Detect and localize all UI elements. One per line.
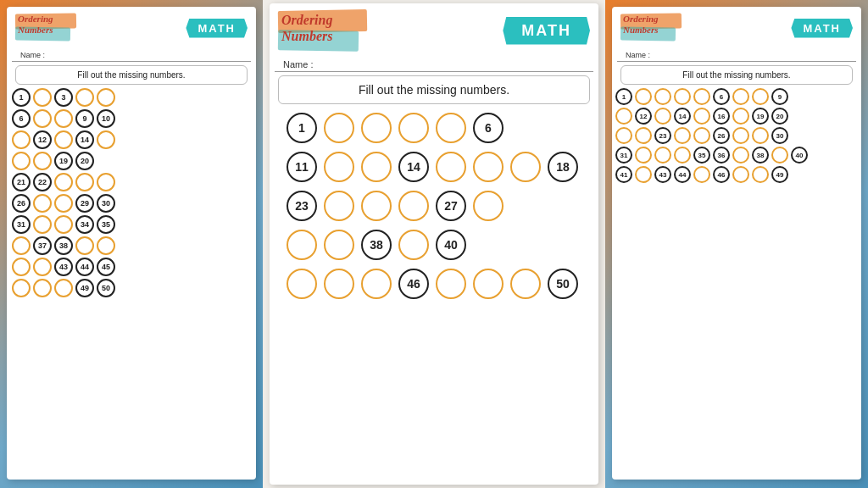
number-circle-empty[interactable]	[12, 130, 31, 149]
number-circle-empty[interactable]	[635, 166, 652, 183]
number-circle-empty[interactable]	[436, 269, 466, 299]
number-circle-filled: 3	[54, 88, 73, 107]
number-circle-empty[interactable]	[75, 173, 94, 191]
number-circle-empty[interactable]	[674, 88, 691, 105]
number-circle-empty[interactable]	[361, 113, 392, 143]
right-panel: Ordering Numbers MATH Name : Fill out th…	[612, 7, 861, 480]
left-instruction: Fill out the missing numbers.	[15, 65, 248, 85]
number-circle-empty[interactable]	[33, 88, 52, 107]
number-circle-empty[interactable]	[33, 279, 52, 297]
number-circle-empty[interactable]	[436, 152, 466, 182]
number-row: 3840	[287, 230, 581, 260]
number-circle-empty[interactable]	[97, 173, 115, 191]
number-circle-empty[interactable]	[33, 194, 52, 213]
number-circle-empty[interactable]	[54, 130, 73, 149]
number-circle-empty[interactable]	[324, 191, 354, 221]
number-circle-empty[interactable]	[97, 236, 115, 255]
left-logo: Ordering Numbers	[15, 12, 76, 44]
number-circle-filled: 26	[713, 127, 730, 144]
number-circle-empty[interactable]	[324, 269, 354, 299]
left-logo-text: Ordering Numbers	[15, 12, 76, 36]
number-circle-empty[interactable]	[398, 113, 429, 143]
number-circle-empty[interactable]	[436, 113, 466, 143]
number-circle-empty[interactable]	[473, 269, 504, 299]
number-circle-empty[interactable]	[732, 108, 749, 125]
number-circle-empty[interactable]	[752, 88, 769, 105]
number-circle-filled: 50	[97, 279, 115, 297]
number-circle-empty[interactable]	[635, 88, 652, 105]
number-circle-empty[interactable]	[33, 258, 52, 276]
number-circle-empty[interactable]	[615, 108, 632, 125]
number-row: 3738	[12, 236, 251, 255]
number-circle-empty[interactable]	[33, 109, 52, 128]
number-circle-empty[interactable]	[693, 166, 710, 183]
number-circle-empty[interactable]	[12, 152, 31, 170]
number-circle-filled: 14	[75, 130, 94, 149]
number-circle-empty[interactable]	[324, 113, 354, 143]
number-circle-empty[interactable]	[361, 191, 392, 221]
number-circle-empty[interactable]	[654, 88, 671, 105]
number-circle-empty[interactable]	[510, 152, 541, 182]
number-circle-empty[interactable]	[287, 269, 317, 299]
number-circle-empty[interactable]	[75, 236, 94, 255]
number-circle-empty[interactable]	[361, 152, 392, 182]
number-circle-filled: 6	[713, 88, 730, 105]
number-circle-empty[interactable]	[615, 127, 632, 144]
number-circle-empty[interactable]	[732, 166, 749, 183]
number-circle-empty[interactable]	[654, 108, 671, 125]
number-circle-empty[interactable]	[693, 88, 710, 105]
number-circle-empty[interactable]	[54, 279, 73, 297]
number-circle-filled: 21	[12, 173, 31, 191]
number-circle-empty[interactable]	[54, 215, 73, 234]
number-circle-filled: 30	[771, 127, 788, 144]
number-circle-empty[interactable]	[361, 269, 392, 299]
number-circle-empty[interactable]	[635, 147, 652, 164]
number-circle-empty[interactable]	[693, 127, 710, 144]
number-circle-empty[interactable]	[54, 109, 73, 128]
number-circle-empty[interactable]	[732, 88, 749, 105]
number-circle-empty[interactable]	[12, 236, 31, 255]
number-row: 1920	[12, 152, 251, 170]
number-circle-empty[interactable]	[674, 147, 691, 164]
center-header: Ordering Numbers MATH	[270, 3, 598, 58]
number-circle-filled: 40	[791, 147, 808, 164]
number-circle-empty[interactable]	[398, 191, 429, 221]
number-circle-empty[interactable]	[752, 127, 769, 144]
number-circle-empty[interactable]	[75, 88, 94, 107]
number-circle-empty[interactable]	[287, 230, 317, 260]
number-circle-filled: 37	[33, 236, 52, 255]
number-circle-empty[interactable]	[324, 230, 354, 260]
number-circle-empty[interactable]	[12, 279, 31, 297]
number-circle-empty[interactable]	[324, 152, 354, 182]
number-circle-empty[interactable]	[12, 258, 31, 276]
number-circle-empty[interactable]	[398, 230, 429, 260]
number-circle-empty[interactable]	[33, 152, 52, 170]
number-circle-empty[interactable]	[771, 147, 788, 164]
center-name-line: Name :	[275, 58, 593, 72]
number-circle-filled: 9	[75, 109, 94, 128]
number-circle-empty[interactable]	[752, 166, 769, 183]
number-circle-empty[interactable]	[473, 152, 504, 182]
number-circle-empty[interactable]	[54, 173, 73, 191]
number-circle-empty[interactable]	[654, 147, 671, 164]
number-row: 1214161920	[615, 108, 858, 125]
number-circle-empty[interactable]	[473, 191, 504, 221]
number-circle-empty[interactable]	[54, 194, 73, 213]
number-circle-empty[interactable]	[33, 215, 52, 234]
number-circle-filled: 18	[548, 152, 578, 182]
number-circle-filled: 20	[771, 108, 788, 125]
number-row: 4950	[12, 279, 251, 297]
number-row: 313435	[12, 215, 251, 234]
number-circle-empty[interactable]	[97, 88, 115, 107]
number-circle-empty[interactable]	[732, 147, 749, 164]
number-row: 434445	[12, 258, 251, 276]
number-circle-empty[interactable]	[510, 269, 541, 299]
left-panel: Ordering Numbers MATH Name : Fill out th…	[7, 7, 256, 480]
number-circle-empty[interactable]	[635, 127, 652, 144]
number-circle-empty[interactable]	[674, 127, 691, 144]
number-circle-empty[interactable]	[732, 127, 749, 144]
number-circle-empty[interactable]	[693, 108, 710, 125]
number-circle-filled: 41	[615, 166, 632, 183]
number-row: 2122	[12, 173, 251, 191]
number-circle-empty[interactable]	[97, 130, 115, 149]
